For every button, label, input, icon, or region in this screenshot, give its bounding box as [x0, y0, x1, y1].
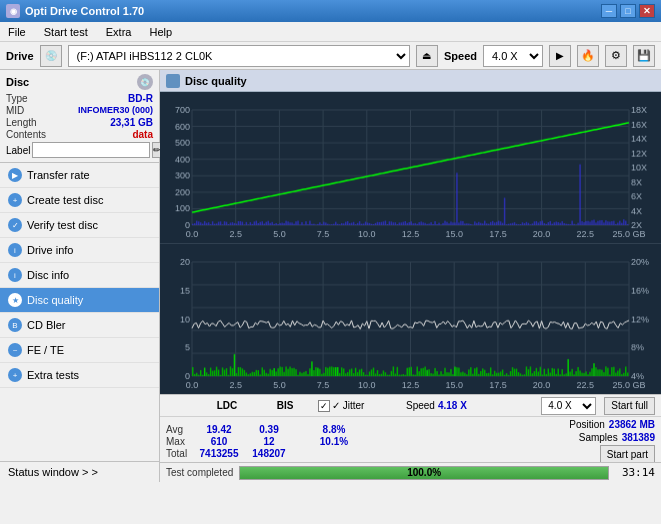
total-ldc: 7413255 — [194, 448, 244, 459]
disc-title: Disc — [6, 76, 29, 88]
status-text: Test completed — [166, 467, 233, 478]
speed-info: Speed 4.18 X — [406, 400, 467, 411]
app-title: Opti Drive Control 1.70 — [25, 5, 144, 17]
samples-value: 381389 — [622, 432, 655, 443]
ldc-header: LDC — [202, 400, 252, 411]
app-icon: ◉ — [6, 4, 20, 18]
menu-start-test[interactable]: Start test — [40, 24, 92, 40]
sidebar-item-verify-test-disc[interactable]: ✓ Verify test disc — [0, 213, 159, 238]
start-part-button[interactable]: Start part — [600, 445, 655, 463]
burn-icon-button[interactable]: 🔥 — [577, 45, 599, 67]
disc-info-icon: i — [8, 268, 22, 282]
fe-te-icon: ~ — [8, 343, 22, 357]
length-value: 23,31 GB — [110, 117, 153, 128]
sidebar-item-disc-quality[interactable]: ★ Disc quality — [0, 288, 159, 313]
title-bar: ◉ Opti Drive Control 1.70 ─ □ ✕ — [0, 0, 661, 22]
maximize-button[interactable]: □ — [620, 4, 636, 18]
menu-extra[interactable]: Extra — [102, 24, 136, 40]
cd-bler-icon: B — [8, 318, 22, 332]
menu-file[interactable]: File — [4, 24, 30, 40]
menu-help[interactable]: Help — [145, 24, 176, 40]
sidebar-label-transfer-rate: Transfer rate — [27, 169, 90, 181]
sidebar-label-fe-te: FE / TE — [27, 344, 64, 356]
sidebar-label-extra-tests: Extra tests — [27, 369, 79, 381]
length-label: Length — [6, 117, 37, 128]
max-ldc: 610 — [194, 436, 244, 447]
type-value: BD-R — [128, 93, 153, 104]
chart-top: LDC Read speed Write speed — [160, 92, 661, 244]
sidebar-label-create-test-disc: Create test disc — [27, 194, 103, 206]
minimize-button[interactable]: ─ — [601, 4, 617, 18]
disc-quality-title: Disc quality — [185, 75, 247, 87]
stats-bar: LDC BIS ✓ ✓ Jitter Speed 4.18 X 4.0 X St… — [160, 394, 661, 462]
disc-icon: 💿 — [137, 74, 153, 90]
disc-section: Disc 💿 Type BD-R MID INFOMER30 (000) Len… — [0, 70, 159, 163]
close-button[interactable]: ✕ — [639, 4, 655, 18]
charts-area: LDC Read speed Write speed — [160, 92, 661, 394]
time-display: 33:14 — [615, 466, 655, 479]
max-jitter: 10.1% — [294, 436, 374, 447]
sidebar-item-cd-bler[interactable]: B CD Bler — [0, 313, 159, 338]
samples-label: Samples — [579, 432, 618, 443]
contents-value: data — [132, 129, 153, 140]
sidebar-item-drive-info[interactable]: i Drive info — [0, 238, 159, 263]
avg-label: Avg — [166, 424, 194, 435]
disc-quality-header-icon — [166, 74, 180, 88]
sidebar-label-verify-test-disc: Verify test disc — [27, 219, 98, 231]
speed-select[interactable]: 4.0 X — [483, 45, 543, 67]
menu-bar: File Start test Extra Help — [0, 22, 661, 42]
type-label: Type — [6, 93, 28, 104]
mid-value: INFOMER30 (000) — [78, 105, 153, 116]
bis-header: BIS — [260, 400, 310, 411]
eject-button[interactable]: ⏏ — [416, 45, 438, 67]
label-input[interactable] — [32, 142, 150, 158]
status-window-label: Status window > > — [8, 466, 98, 478]
progress-area: Test completed 100.0% 33:14 — [160, 462, 661, 482]
disc-quality-header: Disc quality — [160, 70, 661, 92]
sidebar-label-cd-bler: CD Bler — [27, 319, 66, 331]
max-label: Max — [166, 436, 194, 447]
speed-info-value: 4.18 X — [438, 400, 467, 411]
jitter-header: ✓ Jitter — [332, 400, 364, 411]
settings-icon-button[interactable]: ⚙ — [605, 45, 627, 67]
sidebar-label-disc-info: Disc info — [27, 269, 69, 281]
contents-label: Contents — [6, 129, 46, 140]
sidebar-item-create-test-disc[interactable]: + Create test disc — [0, 188, 159, 213]
ldc-chart-canvas — [160, 92, 661, 243]
jitter-checkbox[interactable]: ✓ — [318, 400, 330, 412]
drive-label: Drive — [6, 50, 34, 62]
drive-info-icon: i — [8, 243, 22, 257]
save-icon-button[interactable]: 💾 — [633, 45, 655, 67]
position-label: Position — [569, 419, 605, 430]
status-window-button[interactable]: Status window > > — [0, 461, 159, 482]
speed-arrow-button[interactable]: ▶ — [549, 45, 571, 67]
sidebar: Disc 💿 Type BD-R MID INFOMER30 (000) Len… — [0, 70, 160, 482]
position-value: 23862 MB — [609, 419, 655, 430]
sidebar-item-extra-tests[interactable]: + Extra tests — [0, 363, 159, 388]
sidebar-item-disc-info[interactable]: i Disc info — [0, 263, 159, 288]
speed-dropdown[interactable]: 4.0 X — [541, 397, 596, 415]
total-bis: 148207 — [244, 448, 294, 459]
sidebar-item-fe-te[interactable]: ~ FE / TE — [0, 338, 159, 363]
sidebar-item-transfer-rate[interactable]: ▶ Transfer rate — [0, 163, 159, 188]
speed-label: Speed — [444, 50, 477, 62]
create-test-icon: + — [8, 193, 22, 207]
speed-info-label: Speed — [406, 400, 435, 411]
drive-select[interactable]: (F:) ATAPI iHBS112 2 CL0K — [68, 45, 410, 67]
sidebar-label-disc-quality: Disc quality — [27, 294, 83, 306]
mid-label: MID — [6, 105, 24, 116]
total-label: Total — [166, 448, 194, 459]
bis-chart-canvas — [160, 244, 661, 395]
drive-icon: 💿 — [40, 45, 62, 67]
window-controls: ─ □ ✕ — [601, 4, 655, 18]
verify-test-icon: ✓ — [8, 218, 22, 232]
avg-bis: 0.39 — [244, 424, 294, 435]
max-bis: 12 — [244, 436, 294, 447]
progress-bar: 100.0% — [239, 466, 609, 480]
drive-bar: Drive 💿 (F:) ATAPI iHBS112 2 CL0K ⏏ Spee… — [0, 42, 661, 70]
start-full-button[interactable]: Start full — [604, 397, 655, 415]
label-text: Label — [6, 145, 30, 156]
avg-jitter: 8.8% — [294, 424, 374, 435]
main-area: Disc 💿 Type BD-R MID INFOMER30 (000) Len… — [0, 70, 661, 482]
extra-tests-icon: + — [8, 368, 22, 382]
